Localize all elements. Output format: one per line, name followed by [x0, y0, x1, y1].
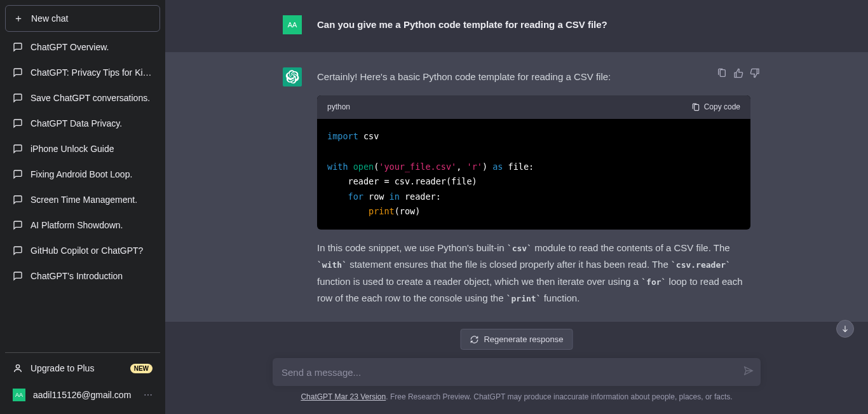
clipboard-icon: [717, 68, 727, 78]
send-icon: [740, 364, 754, 378]
sidebar-history-item[interactable]: AI Platform Showdown.: [5, 212, 160, 238]
regenerate-label: Regenerate response: [484, 335, 563, 344]
conversation: AA Can you give me a Python code templat…: [165, 0, 868, 350]
assistant-explanation: In this code snippet, we use Python's bu…: [317, 240, 750, 307]
user-icon: [13, 363, 23, 373]
account-menu[interactable]: AA aadil115126@gmail.com ⋯: [5, 381, 160, 409]
chat-bubble-icon: [13, 93, 23, 103]
assistant-message: Certainly! Here's a basic Python code te…: [165, 52, 868, 322]
upgrade-label: Upgrade to Plus: [31, 363, 94, 373]
chat-bubble-icon: [13, 144, 23, 154]
chat-bubble-icon: [13, 118, 23, 128]
user-avatar: AA: [283, 15, 302, 34]
svg-rect-1: [694, 104, 698, 110]
sidebar-history-item[interactable]: ChatGPT's Introduction: [5, 263, 160, 289]
sidebar-history-item[interactable]: iPhone Unlock Guide: [5, 136, 160, 162]
thumbs-up-button[interactable]: [733, 67, 744, 79]
version-link[interactable]: ChatGPT Mar 23 Version: [301, 392, 386, 401]
chat-bubble-icon: [13, 67, 23, 78]
send-button[interactable]: [742, 366, 752, 378]
history-label: ChatGPT Overview.: [31, 42, 109, 52]
sidebar-footer: Upgrade to Plus NEW AA aadil115126@gmail…: [5, 352, 160, 409]
chat-bubble-icon: [13, 271, 23, 281]
history-label: ChatGPT's Introduction: [31, 271, 123, 281]
scroll-to-bottom-button[interactable]: [836, 320, 854, 338]
arrow-down-icon: [841, 324, 850, 333]
sidebar-history-item[interactable]: ChatGPT Data Privacy.: [5, 111, 160, 136]
message-actions: [716, 67, 761, 79]
refresh-icon: [470, 335, 478, 344]
sidebar-history-item[interactable]: ChatGPT: Privacy Tips for Kids.: [5, 60, 160, 85]
assistant-avatar: [283, 67, 302, 86]
code-block: python Copy code import csv with open('y…: [317, 95, 750, 230]
sidebar-history-item[interactable]: Fixing Android Boot Loop.: [5, 162, 160, 187]
account-email: aadil115126@gmail.com: [33, 390, 131, 400]
user-message-text: Can you give me a Python code template f…: [317, 15, 750, 34]
svg-point-0: [16, 365, 19, 368]
new-badge: NEW: [130, 364, 153, 373]
main: AA Can you give me a Python code templat…: [165, 0, 868, 414]
message-input[interactable]: [281, 367, 742, 378]
copy-message-button[interactable]: [716, 67, 728, 79]
avatar: AA: [13, 389, 25, 401]
copy-code-button[interactable]: Copy code: [691, 100, 740, 114]
sidebar-history-item[interactable]: ChatGPT Overview.: [5, 34, 160, 60]
code-body: import csv with open('your_file.csv', 'r…: [317, 119, 750, 230]
plus-icon: ＋: [13, 13, 24, 24]
chat-history: ChatGPT Overview.ChatGPT: Privacy Tips f…: [5, 34, 160, 352]
assistant-intro: Certainly! Here's a basic Python code te…: [317, 69, 750, 85]
chat-bubble-icon: [13, 245, 23, 256]
history-label: Fixing Android Boot Loop.: [31, 169, 132, 179]
sidebar-history-item[interactable]: GitHub Copilot or ChatGPT?: [5, 238, 160, 263]
sidebar-history-item[interactable]: Screen Time Management.: [5, 187, 160, 212]
chat-bubble-icon: [13, 169, 23, 179]
clipboard-icon: [691, 103, 700, 112]
thumbs-down-button[interactable]: [749, 67, 761, 79]
new-chat-label: New chat: [31, 13, 68, 24]
disclaimer-text: . Free Research Preview. ChatGPT may pro…: [386, 392, 732, 401]
thumbs-down-icon: [750, 68, 760, 78]
history-label: Save ChatGPT conversations.: [31, 93, 150, 103]
svg-rect-2: [720, 70, 725, 77]
history-label: AI Platform Showdown.: [31, 220, 123, 230]
thumbs-up-icon: [733, 68, 743, 78]
code-language: python: [327, 100, 350, 114]
assistant-message-content: Certainly! Here's a basic Python code te…: [317, 67, 750, 307]
regenerate-button[interactable]: Regenerate response: [460, 329, 573, 350]
sidebar: ＋ New chat ChatGPT Overview.ChatGPT: Pri…: [0, 0, 165, 414]
chat-bubble-icon: [13, 42, 23, 52]
history-label: GitHub Copilot or ChatGPT?: [31, 245, 143, 256]
chat-bubble-icon: [13, 220, 23, 230]
history-label: ChatGPT: Privacy Tips for Kids.: [31, 67, 153, 78]
copy-code-label: Copy code: [704, 100, 740, 114]
chat-bubble-icon: [13, 195, 23, 205]
history-label: iPhone Unlock Guide: [31, 144, 114, 154]
disclaimer: ChatGPT Mar 23 Version. Free Research Pr…: [273, 392, 761, 401]
user-message: AA Can you give me a Python code templat…: [165, 0, 868, 52]
ellipsis-icon: ⋯: [144, 390, 153, 400]
sidebar-history-item[interactable]: Save ChatGPT conversations.: [5, 85, 160, 111]
history-label: Screen Time Management.: [31, 195, 137, 205]
message-input-container: [273, 358, 761, 386]
bottom-area: Regenerate response ChatGPT Mar 23 Versi…: [165, 350, 868, 414]
upgrade-plus-button[interactable]: Upgrade to Plus NEW: [5, 355, 160, 381]
new-chat-button[interactable]: ＋ New chat: [5, 5, 160, 32]
history-label: ChatGPT Data Privacy.: [31, 118, 122, 128]
